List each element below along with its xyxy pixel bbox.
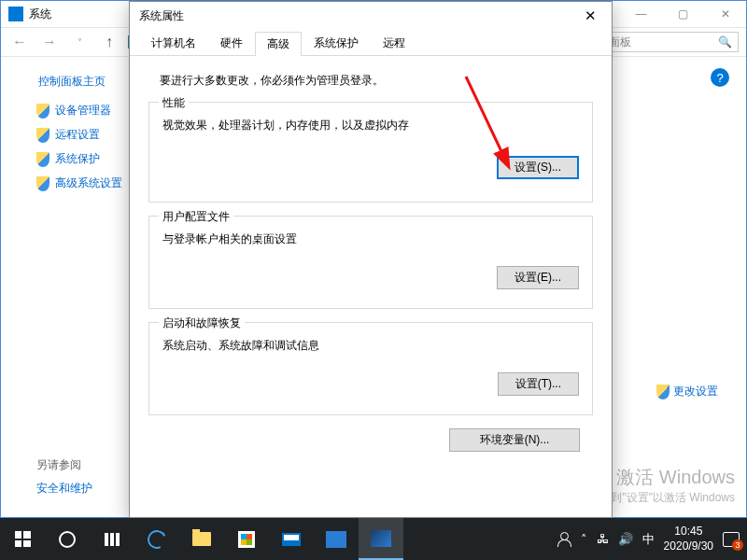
clock-time: 10:45 [664,525,713,539]
shield-icon [36,128,49,143]
minimize-button[interactable]: — [620,1,662,27]
change-settings-label: 更改设置 [673,384,718,399]
taskbar-clock[interactable]: 10:45 2020/9/30 [664,525,713,553]
sidebar-item-label: 远程设置 [55,127,100,143]
dialog-body: 要进行大多数更改，你必须作为管理员登录。 性能 视觉效果，处理器计划，内存使用，… [130,56,612,465]
shield-icon [36,104,49,119]
watermark-line2: 转到"设置"以激活 Windows [599,490,735,506]
group-title-startup: 启动和故障恢复 [159,315,245,331]
performance-settings-button[interactable]: 设置(S)... [497,156,579,179]
tab-computer-name[interactable]: 计算机名 [139,31,208,55]
action-center-icon[interactable]: 3 [723,532,740,547]
group-desc-profiles: 与登录帐户相关的桌面设置 [162,231,579,247]
see-also-link[interactable]: 安全和维护 [36,481,92,497]
activation-watermark: 激活 Windows 转到"设置"以激活 Windows [599,465,735,506]
cortana-button[interactable] [45,518,90,560]
taskbar-mail[interactable] [269,518,314,560]
taskbar-edge[interactable] [134,518,179,560]
tab-system-protection[interactable]: 系统保护 [302,31,371,55]
search-icon: 🔍 [718,35,732,49]
close-button[interactable]: ✕ [704,1,746,27]
tab-hardware[interactable]: 硬件 [208,31,255,55]
taskbar-app-1[interactable] [314,518,359,560]
sidebar-item-label: 系统保护 [55,151,100,167]
help-icon[interactable]: ? [711,68,729,87]
startup-settings-button[interactable]: 设置(T)... [498,372,579,396]
profiles-settings-button[interactable]: 设置(E)... [497,266,579,289]
cp-title: 系统 [29,7,51,22]
taskbar: ˄ 🖧 🔊 中 10:45 2020/9/30 3 [0,518,747,560]
change-settings-link[interactable]: 更改设置 [656,384,718,399]
tab-remote[interactable]: 远程 [371,31,417,55]
performance-group: 性能 视觉效果，处理器计划，内存使用，以及虚拟内存 设置(S)... [148,102,593,203]
volume-icon[interactable]: 🔊 [618,532,633,546]
startup-recovery-group: 启动和故障恢复 系统启动、系统故障和调试信息 设置(T)... [148,322,593,415]
cp-window-controls: — ▢ ✕ [620,1,746,27]
tab-strip: 计算机名 硬件 高级 系统保护 远程 [130,30,612,56]
shield-icon [656,385,669,399]
dialog-titlebar: 系统属性 ✕ [130,2,612,30]
dialog-close-button[interactable]: ✕ [570,2,612,30]
see-also-heading: 另请参阅 [36,457,92,473]
dialog-title: 系统属性 [139,8,184,24]
sidebar-item-label: 高级系统设置 [55,175,122,191]
ime-indicator[interactable]: 中 [642,531,655,548]
group-desc-performance: 视觉效果，处理器计划，内存使用，以及虚拟内存 [162,118,579,133]
system-properties-dialog: 系统属性 ✕ 计算机名 硬件 高级 系统保护 远程 要进行大多数更改，你必须作为… [129,1,613,518]
shield-icon [36,152,49,167]
notification-badge: 3 [732,539,743,551]
forward-button[interactable]: → [38,31,61,53]
group-title-performance: 性能 [159,95,189,111]
system-tray: ˄ 🖧 🔊 中 10:45 2020/9/30 3 [557,525,747,553]
taskbar-explorer[interactable] [179,518,224,560]
watermark-line1: 激活 Windows [599,465,735,490]
start-button[interactable] [0,518,45,560]
back-button[interactable]: ← [8,31,31,53]
system-icon [8,7,23,21]
people-icon[interactable] [557,532,571,547]
shield-icon [36,176,49,191]
admin-note: 要进行大多数更改，你必须作为管理员登录。 [160,73,593,89]
tab-advanced[interactable]: 高级 [255,32,302,56]
sidebar-item-label: 设备管理器 [55,103,111,119]
taskbar-store[interactable] [224,518,269,560]
clock-date: 2020/9/30 [664,539,713,554]
maximize-button[interactable]: ▢ [662,1,704,27]
taskbar-app-active[interactable] [359,518,403,560]
up-button[interactable]: ↑ [98,31,120,53]
task-view-button[interactable] [90,518,134,560]
user-profiles-group: 用户配置文件 与登录帐户相关的桌面设置 设置(E)... [148,216,593,309]
environment-variables-button[interactable]: 环境变量(N)... [449,428,580,452]
tray-chevron-icon[interactable]: ˄ [581,532,587,546]
see-also: 另请参阅 安全和维护 [36,457,92,497]
dropdown-history[interactable]: ˅ [68,31,91,53]
group-desc-startup: 系统启动、系统故障和调试信息 [162,338,579,354]
group-title-profiles: 用户配置文件 [159,209,233,225]
network-icon[interactable]: 🖧 [597,532,609,546]
